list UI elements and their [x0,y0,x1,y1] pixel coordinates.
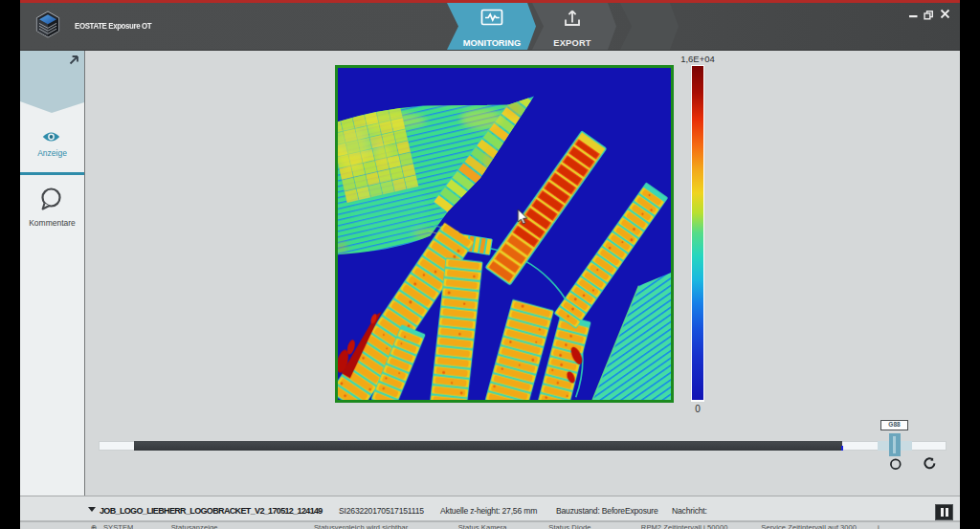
svg-text:MONITORING: MONITORING [463,38,521,48]
svg-text:EXPORT: EXPORT [553,38,591,48]
